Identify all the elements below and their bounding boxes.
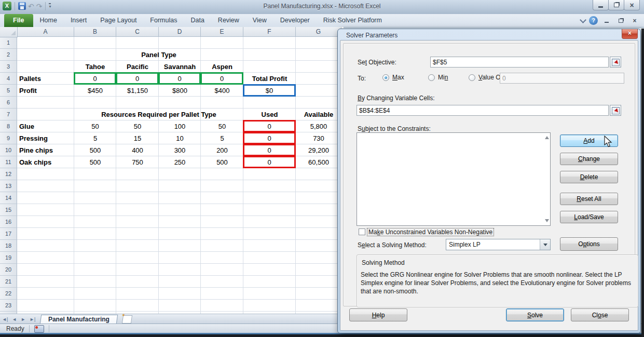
options-button[interactable]: Options xyxy=(560,237,618,251)
cell-C8[interactable]: 50 xyxy=(116,120,159,132)
ribbon-tab-page-layout[interactable]: Page Layout xyxy=(93,14,143,27)
column-header-G[interactable]: G xyxy=(296,27,341,37)
cell-E5[interactable]: $400 xyxy=(201,85,243,97)
row-header-14[interactable]: 14 xyxy=(0,192,17,204)
column-header-E[interactable]: E xyxy=(201,27,243,37)
combobox-dropdown-button[interactable] xyxy=(540,239,550,250)
column-header-C[interactable]: C xyxy=(116,27,159,37)
minimize-ribbon-chevron-icon[interactable] xyxy=(580,17,586,23)
row-header-16[interactable]: 16 xyxy=(0,216,17,228)
row-header-15[interactable]: 15 xyxy=(0,204,17,216)
cell-E3[interactable]: Aspen xyxy=(201,61,243,73)
row-header-10[interactable]: 10 xyxy=(0,144,17,156)
cell-B11[interactable]: 500 xyxy=(74,156,116,168)
row-header-12[interactable]: 12 xyxy=(0,168,17,180)
cell-B5[interactable]: $450 xyxy=(74,85,116,97)
help-icon[interactable]: ? xyxy=(589,16,598,25)
row-header-20[interactable]: 20 xyxy=(0,264,17,276)
ribbon-tab-file[interactable]: File xyxy=(4,14,33,27)
cell-E11[interactable]: 500 xyxy=(201,156,243,168)
cell-G10[interactable]: 29,200 xyxy=(296,144,341,156)
minimize-button[interactable] xyxy=(593,0,609,10)
cell-A11[interactable]: Oak chips xyxy=(17,156,74,168)
row-header-9[interactable]: 9 xyxy=(0,132,17,144)
insert-worksheet-button[interactable] xyxy=(122,315,132,323)
cell-B7[interactable]: Resources Required per Pallet Type xyxy=(74,109,243,120)
restore-button[interactable] xyxy=(608,0,624,10)
ribbon-tab-formulas[interactable]: Formulas xyxy=(143,14,184,27)
cell-G9[interactable]: 730 xyxy=(296,132,341,144)
last-sheet-button[interactable]: ►| xyxy=(28,315,37,324)
scroll-up-icon[interactable] xyxy=(545,136,549,139)
previous-sheet-button[interactable]: ◄ xyxy=(10,315,19,324)
macro-record-icon[interactable] xyxy=(34,325,44,333)
dialog-close-button[interactable]: × xyxy=(622,29,638,39)
cell-C10[interactable]: 400 xyxy=(116,144,159,156)
variable-cells-input[interactable]: $B$4:$E$4 xyxy=(357,105,609,116)
select-all-corner[interactable] xyxy=(0,27,18,37)
reset-all-button[interactable]: Reset All xyxy=(560,193,618,205)
objective-range-select-button[interactable] xyxy=(610,57,621,68)
close-button[interactable]: Close xyxy=(571,308,629,321)
cell-D11[interactable]: 250 xyxy=(159,156,201,168)
cell-F10[interactable]: 0 xyxy=(243,144,296,156)
ribbon-tab-developer[interactable]: Developer xyxy=(273,14,317,27)
min-radio[interactable]: Min xyxy=(428,74,448,81)
solve-button[interactable]: Solve xyxy=(506,308,564,321)
cell-F11[interactable]: 0 xyxy=(243,156,296,168)
column-header-A[interactable]: A xyxy=(17,27,74,37)
cell-B9[interactable]: 5 xyxy=(74,132,116,144)
load-save-button[interactable]: Load/Save xyxy=(560,211,618,223)
sheet-tab-panel-manufacturing[interactable]: Panel Manufacturing xyxy=(40,315,118,324)
row-header-23[interactable]: 23 xyxy=(0,300,17,312)
row-header-5[interactable]: 5 xyxy=(0,85,17,97)
cell-B8[interactable]: 50 xyxy=(74,120,116,132)
ribbon-tab-insert[interactable]: Insert xyxy=(64,14,93,27)
value-of-input[interactable]: 0 xyxy=(500,73,624,84)
cell-A8[interactable]: Glue xyxy=(17,120,74,132)
cell-C4[interactable]: 0 xyxy=(116,72,159,85)
row-header-8[interactable]: 8 xyxy=(0,120,17,132)
objective-input[interactable]: $F$5 xyxy=(430,57,609,68)
row-header-6[interactable]: 6 xyxy=(0,97,17,109)
cell-F9[interactable]: 0 xyxy=(243,132,296,144)
cell-B4[interactable]: 0 xyxy=(74,72,116,85)
cell-F7[interactable]: Used xyxy=(243,109,296,120)
constraints-listbox[interactable] xyxy=(357,132,551,226)
cell-C9[interactable]: 15 xyxy=(116,132,159,144)
cell-G8[interactable]: 5,800 xyxy=(296,120,341,132)
row-header-2[interactable]: 2 xyxy=(0,49,17,61)
row-header-17[interactable]: 17 xyxy=(0,228,17,240)
variable-cells-range-select-button[interactable] xyxy=(610,105,621,116)
workbook-restore-button[interactable] xyxy=(615,17,626,24)
cell-B2[interactable]: Panel Type xyxy=(74,49,243,61)
cell-D10[interactable]: 300 xyxy=(159,144,201,156)
cell-C11[interactable]: 750 xyxy=(116,156,159,168)
non-negative-checkbox[interactable] xyxy=(359,228,365,235)
cell-D9[interactable]: 10 xyxy=(159,132,201,144)
workbook-close-button[interactable]: × xyxy=(629,17,640,24)
column-header-D[interactable]: D xyxy=(159,27,201,37)
cell-A9[interactable]: Pressing xyxy=(17,132,74,144)
cell-B3[interactable]: Tahoe xyxy=(74,61,116,73)
row-header-21[interactable]: 21 xyxy=(0,276,17,288)
cell-C3[interactable]: Pacific xyxy=(116,61,159,73)
cell-E8[interactable]: 50 xyxy=(201,120,243,132)
row-header-22[interactable]: 22 xyxy=(0,288,17,300)
cell-G11[interactable]: 60,500 xyxy=(296,156,341,168)
first-sheet-button[interactable]: ◄| xyxy=(0,315,10,324)
cell-A5[interactable]: Profit xyxy=(17,85,74,97)
change-button[interactable]: Change xyxy=(560,153,618,165)
row-header-11[interactable]: 11 xyxy=(0,156,17,168)
close-button[interactable]: × xyxy=(624,0,640,10)
cell-F4[interactable]: Total Profit xyxy=(243,73,296,85)
row-header-7[interactable]: 7 xyxy=(0,109,17,120)
cell-C5[interactable]: $1,150 xyxy=(116,85,159,97)
next-sheet-button[interactable]: ► xyxy=(19,315,28,324)
cell-E9[interactable]: 5 xyxy=(201,132,243,144)
ribbon-tab-view[interactable]: View xyxy=(246,14,273,27)
solving-method-combobox[interactable]: Simplex LP xyxy=(446,239,551,250)
cell-E4[interactable]: 0 xyxy=(200,72,243,85)
cell-G7[interactable]: Available xyxy=(296,109,341,120)
cell-E10[interactable]: 200 xyxy=(201,144,243,156)
